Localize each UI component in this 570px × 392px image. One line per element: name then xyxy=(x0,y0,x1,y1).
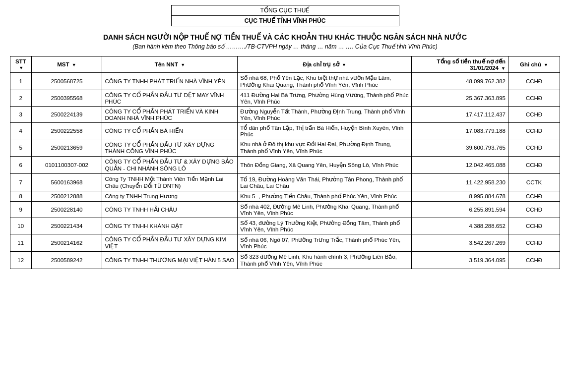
cell-tong: 12.042.465.088 xyxy=(412,157,508,174)
header-dia: Địa chỉ trụ sở ▼ xyxy=(238,56,412,73)
cell-stt: 5 xyxy=(10,139,32,157)
filter-dia-icon[interactable]: ▼ xyxy=(342,62,346,67)
header-stt: STT ▼ xyxy=(10,56,32,73)
cell-tong: 6.255.891.594 xyxy=(412,202,508,218)
cell-ten: CÔNG TY CỔ PHẦN PHÁT TRIỂN VÀ KINH DOANH… xyxy=(102,107,238,123)
cell-stt: 11 xyxy=(10,234,32,252)
cell-ten: Công ty TNHH Trung Hương xyxy=(102,191,238,202)
cell-ten: Công Ty TNHH Một Thành Viên Tiền Mạnh La… xyxy=(102,174,238,191)
page-title: DANH SÁCH NGƯỜI NỘP THUẾ NỢ TIỀN THUẾ VÀ… xyxy=(10,33,560,41)
cell-dia: Tổ 19, Đường Hoàng Văn Thái, Phường Tân … xyxy=(238,174,412,191)
cell-dia: Tổ dân phố Tân Lập, Thị trấn Bá Hiến, Hu… xyxy=(238,123,412,139)
cell-ten: CÔNG TY CỔ PHẦN BÁ HIẾN xyxy=(102,123,238,139)
cell-dia: Thôn Đồng Giang, Xã Quang Yên, Huyện Sôn… xyxy=(238,157,412,174)
table-row: 10 2500221434 CÔNG TY TNHH KHÁNH ĐẠT Số … xyxy=(10,218,560,234)
cell-ghi: CCHĐ xyxy=(508,157,560,174)
header-ten: Tên NNT ▼ xyxy=(102,56,238,73)
table-row: 1 2500568725 CÔNG TY TNHH PHÁT TRIỂN NHÀ… xyxy=(10,73,560,90)
cell-ghi: CCHĐ xyxy=(508,123,560,139)
cell-mst: 0101100307-002 xyxy=(31,157,102,174)
cell-mst: 2500213659 xyxy=(31,139,102,157)
cell-stt: 12 xyxy=(10,252,32,269)
filter-ghi-icon[interactable]: ▼ xyxy=(544,62,548,67)
cell-mst: 2500395568 xyxy=(31,90,102,107)
filter-mst-icon[interactable]: ▼ xyxy=(72,62,76,67)
cell-ten: CÔNG TY CỔ PHẦN ĐẦU TƯ & XÂY DỰNG BẢO QU… xyxy=(102,157,238,174)
cell-ten: CÔNG TY TNHH PHÁT TRIỂN NHÀ VĨNH YÊN xyxy=(102,73,238,90)
table-row: 9 2500228140 CÔNG TY TNHH HẢI CHÂU Số nh… xyxy=(10,202,560,218)
cell-tong: 4.388.288.652 xyxy=(412,218,508,234)
cuc-thue-label: CỤC THUẾ TỈNH VĨNH PHÚC xyxy=(171,16,399,26)
cell-ghi: CCHĐ xyxy=(508,218,560,234)
table-row: 4 2500222558 CÔNG TY CỔ PHẦN BÁ HIẾN Tổ … xyxy=(10,123,560,139)
table-row: 2 2500395568 CÔNG TY CỔ PHẦN ĐẦU TƯ DỆT … xyxy=(10,90,560,107)
cell-dia: Khu nhà ở Đô thị khu vực Đồi Hai Đai, Ph… xyxy=(238,139,412,157)
cell-stt: 3 xyxy=(10,107,32,123)
cell-ten: CÔNG TY CỔ PHẦN ĐẦU TƯ DỆT MAY VĨNH PHÚC xyxy=(102,90,238,107)
cell-tong: 48.099.762.382 xyxy=(412,73,508,90)
cell-stt: 2 xyxy=(10,90,32,107)
cell-ten: CÔNG TY TNHH THƯƠNG MẠI VIỆT HÀN 5 SAO xyxy=(102,252,238,269)
cell-dia: Số 43, đường Lý Thường Kiệt, Phường Đồng… xyxy=(238,218,412,234)
cell-stt: 10 xyxy=(10,218,32,234)
table-row: 5 2500213659 CÔNG TY CỔ PHẦN ĐẦU TƯ XÂY … xyxy=(10,139,560,157)
cell-mst: 2500568725 xyxy=(31,73,102,90)
cell-tong: 17.083.779.188 xyxy=(412,123,508,139)
cell-ghi: CCHĐ xyxy=(508,252,560,269)
page-subtitle: (Ban hành kèm theo Thông báo số ………./TB-… xyxy=(10,43,560,50)
cell-tong: 8.995.884.678 xyxy=(412,191,508,202)
cell-stt: 1 xyxy=(10,73,32,90)
cell-ghi: CCHĐ xyxy=(508,107,560,123)
cell-dia: 411 Đường Hai Bà Trưng, Phường Hùng Vươn… xyxy=(238,90,412,107)
cell-ten: CÔNG TY TNHH HẢI CHÂU xyxy=(102,202,238,218)
cell-mst: 2500212888 xyxy=(31,191,102,202)
cell-dia: Đường Nguyễn Tất Thành, Phường Định Trun… xyxy=(238,107,412,123)
table-row: 7 5600163968 Công Ty TNHH Một Thành Viên… xyxy=(10,174,560,191)
filter-stt-icon[interactable]: ▼ xyxy=(19,65,23,70)
cell-mst: 2500214162 xyxy=(31,234,102,252)
cell-dia: Số nhà 06, Ngõ 07, Phường Trưng Trắc, Th… xyxy=(238,234,412,252)
header-tong: Tổng số tiền thuế nợ đến 31/01/2024 ▼ xyxy=(412,56,508,73)
header-mst: MST ▼ xyxy=(31,56,102,73)
cell-mst: 5600163968 xyxy=(31,174,102,191)
tong-cuc-label: TỔNG CỤC THUẾ xyxy=(171,5,399,16)
filter-ten-icon[interactable]: ▼ xyxy=(181,62,185,67)
table-row: 6 0101100307-002 CÔNG TY CỔ PHẦN ĐẦU TƯ … xyxy=(10,157,560,174)
cell-ghi: CCTK xyxy=(508,174,560,191)
cell-stt: 4 xyxy=(10,123,32,139)
cell-mst: 2500228140 xyxy=(31,202,102,218)
cell-mst: 2500589242 xyxy=(31,252,102,269)
cell-dia: Khu 5 -, Phường Tiền Châu, Thành phố Phú… xyxy=(238,191,412,202)
table-row: 12 2500589242 CÔNG TY TNHH THƯƠNG MẠI VI… xyxy=(10,252,560,269)
cell-ghi: CCHĐ xyxy=(508,90,560,107)
cell-ghi: CCHĐ xyxy=(508,202,560,218)
cell-dia: Số nhà 68, Phố Yên Lạc, Khu biệt thự nhà… xyxy=(238,73,412,90)
header-ghi: Ghi chú ▼ xyxy=(508,56,560,73)
cell-dia: Số 323 đường Mê Linh, Khu hành chính 3, … xyxy=(238,252,412,269)
table-row: 3 2500224139 CÔNG TY CỔ PHẦN PHÁT TRIỂN … xyxy=(10,107,560,123)
cell-ten: CÔNG TY TNHH KHÁNH ĐẠT xyxy=(102,218,238,234)
cell-stt: 9 xyxy=(10,202,32,218)
cell-tong: 11.422.958.230 xyxy=(412,174,508,191)
cell-ghi: CCHĐ xyxy=(508,191,560,202)
cell-ghi: CCHĐ xyxy=(508,73,560,90)
cell-tong: 25.367.363.895 xyxy=(412,90,508,107)
cell-mst: 2500221434 xyxy=(31,218,102,234)
cell-mst: 2500222558 xyxy=(31,123,102,139)
cell-ten: CÔNG TY CỔ PHẦN ĐẦU TƯ XÂY DỰNG THÀNH CÔ… xyxy=(102,139,238,157)
cell-tong: 39.600.793.765 xyxy=(412,139,508,157)
cell-tong: 3.542.267.269 xyxy=(412,234,508,252)
table-row: 11 2500214162 CÔNG TY CỔ PHẦN ĐẦU TƯ XÂY… xyxy=(10,234,560,252)
cell-stt: 7 xyxy=(10,174,32,191)
cell-ghi: CCHĐ xyxy=(508,234,560,252)
cell-stt: 8 xyxy=(10,191,32,202)
cell-ten: CÔNG TY CỔ PHẦN ĐẦU TƯ XÂY DỰNG KIM VIỆT xyxy=(102,234,238,252)
cell-mst: 2500224139 xyxy=(31,107,102,123)
cell-dia: Số nhà 402, Đường Mê Linh, Phường Khai Q… xyxy=(238,202,412,218)
cell-tong: 17.417.112.437 xyxy=(412,107,508,123)
filter-tong-icon[interactable]: ▼ xyxy=(501,66,506,71)
cell-ghi: CCHĐ xyxy=(508,139,560,157)
table-row: 8 2500212888 Công ty TNHH Trung Hương Kh… xyxy=(10,191,560,202)
cell-tong: 3.519.364.095 xyxy=(412,252,508,269)
cell-stt: 6 xyxy=(10,157,32,174)
